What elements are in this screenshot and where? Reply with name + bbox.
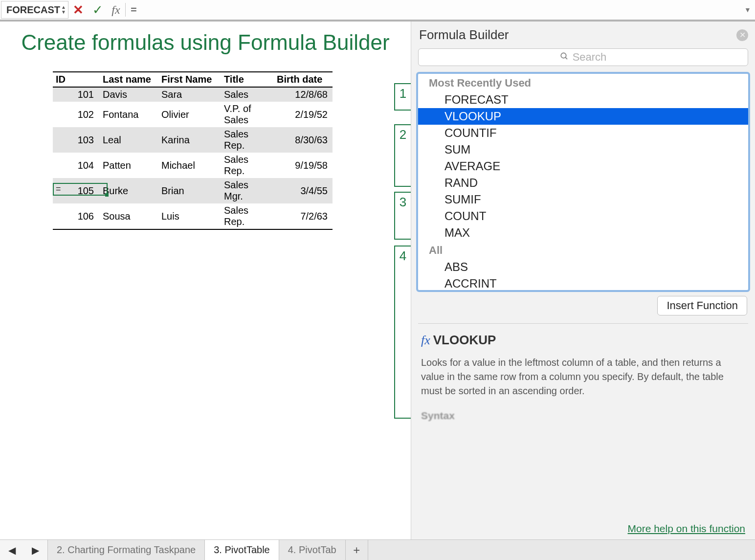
panel-title: Formula Builder (419, 27, 509, 43)
plus-icon: + (353, 543, 360, 557)
more-help-link[interactable]: More help on this function (628, 523, 745, 535)
step-box-3[interactable]: 3 (394, 192, 411, 240)
cell-last[interactable]: Leal (100, 127, 158, 153)
caret-down-icon: ▼ (61, 10, 66, 15)
table-header-row: ID Last name First Name Title Birth date (53, 72, 333, 87)
table-row[interactable]: 106SousaLuisSales Rep.7/2/63 (53, 203, 333, 229)
name-box[interactable]: FORECAST ▲ ▼ (1, 1, 68, 19)
col-header-first[interactable]: First Name (158, 72, 221, 87)
cell-title[interactable]: Sales Mgr. (221, 178, 274, 203)
active-cell-value: = (56, 184, 61, 194)
function-item[interactable]: AVERAGE (418, 158, 748, 175)
name-box-stepper[interactable]: ▲ ▼ (61, 5, 68, 15)
step-box-1[interactable]: 1 (394, 83, 411, 111)
spreadsheet-area[interactable]: Create formulas using Formula Builder ID… (0, 22, 411, 539)
function-item[interactable]: COUNT (418, 208, 748, 224)
cell-first[interactable]: Michael (158, 153, 221, 178)
svg-point-0 (561, 53, 566, 58)
help-function-name: fxVLOOKUP (421, 333, 745, 348)
cell-birth[interactable]: 3/4/55 (274, 178, 333, 203)
function-item[interactable]: VLOOKUP (418, 108, 748, 125)
cell-title[interactable]: Sales Rep. (221, 153, 274, 178)
sheet-tab[interactable]: 4. PivotTab (279, 540, 346, 560)
cell-title[interactable]: Sales Rep. (221, 127, 274, 153)
cell-first[interactable]: Olivier (158, 102, 221, 127)
function-item[interactable]: MAX (418, 224, 748, 241)
formula-bar: FORECAST ▲ ▼ ✕ ✓ fx ▼ (0, 0, 755, 22)
insert-function-button[interactable]: Insert Function (657, 296, 747, 315)
cell-id[interactable]: 104 (53, 153, 100, 178)
function-item[interactable]: SUMIF (418, 191, 748, 208)
formula-builder-panel: Formula Builder ✕ Search Most Recently U… (411, 22, 755, 539)
cell-first[interactable]: Brian (158, 178, 221, 203)
cell-id[interactable]: 102 (53, 102, 100, 127)
enter-button[interactable]: ✓ (88, 2, 108, 18)
function-item[interactable]: RAND (418, 175, 748, 191)
table-row[interactable]: 104PattenMichaelSales Rep.9/19/58 (53, 153, 333, 178)
table-row[interactable]: 102FontanaOlivierV.P. of Sales2/19/52 (53, 102, 333, 127)
search-placeholder: Search (573, 51, 607, 64)
cell-last[interactable]: Patten (100, 153, 158, 178)
sheet-tab-strip: ◀ ▶ 2. Charting Formating Taskpane3. Piv… (0, 539, 755, 560)
cell-first[interactable]: Luis (158, 203, 221, 229)
search-input[interactable]: Search (418, 48, 748, 66)
add-sheet-button[interactable]: + (346, 540, 368, 560)
formula-bar-expand[interactable]: ▼ (740, 6, 755, 14)
cell-title[interactable]: Sales Rep. (221, 203, 274, 229)
cell-birth[interactable]: 8/30/63 (274, 127, 333, 153)
cell-first[interactable]: Karina (158, 127, 221, 153)
cell-last[interactable]: Fontana (100, 102, 158, 127)
function-group-header: Most Recently Used (418, 74, 748, 91)
cell-id[interactable]: 106 (53, 203, 100, 229)
cell-last[interactable]: Davis (100, 87, 158, 102)
cell-title[interactable]: Sales (221, 87, 274, 102)
col-header-birth[interactable]: Birth date (274, 72, 333, 87)
cell-birth[interactable]: 2/19/52 (274, 102, 333, 127)
cell-birth[interactable]: 12/8/68 (274, 87, 333, 102)
cell-title[interactable]: V.P. of Sales (221, 102, 274, 127)
cell-birth[interactable]: 7/2/63 (274, 203, 333, 229)
table-row[interactable]: 101DavisSaraSales12/8/68 (53, 87, 333, 102)
function-list: Most Recently UsedFORECASTVLOOKUPCOUNTIF… (416, 72, 750, 292)
fx-icon: fx (111, 3, 120, 17)
tab-next-button[interactable]: ▶ (32, 544, 39, 556)
function-help: fxVLOOKUP Looks for a value in the leftm… (411, 324, 755, 539)
function-item[interactable]: ACCRINT (418, 275, 748, 290)
cancel-button[interactable]: ✕ (68, 2, 88, 18)
chevron-down-icon: ▼ (744, 6, 751, 14)
function-list-scroll[interactable]: Most Recently UsedFORECASTVLOOKUPCOUNTIF… (418, 74, 748, 290)
cell-id[interactable]: 101 (53, 87, 100, 102)
function-group-header: All (418, 241, 748, 259)
cell-birth[interactable]: 9/19/58 (274, 153, 333, 178)
col-header-id[interactable]: ID (53, 72, 100, 87)
sheet-tab[interactable]: 2. Charting Formating Taskpane (48, 540, 205, 560)
tab-prev-button[interactable]: ◀ (8, 544, 16, 556)
help-description: Looks for a value in the leftmost column… (421, 356, 745, 398)
close-icon: ✕ (739, 30, 746, 40)
cell-id[interactable]: 103 (53, 127, 100, 153)
name-box-text: FORECAST (1, 4, 61, 16)
divider (125, 3, 126, 17)
table-row[interactable]: 103LealKarinaSales Rep.8/30/63 (53, 127, 333, 153)
formula-input[interactable] (129, 3, 740, 16)
fx-button[interactable]: fx (108, 3, 124, 17)
cell-last[interactable]: Sousa (100, 203, 158, 229)
active-cell[interactable]: = (53, 183, 108, 196)
cell-first[interactable]: Sara (158, 87, 221, 102)
panel-header: Formula Builder ✕ (411, 22, 755, 45)
check-icon: ✓ (92, 2, 103, 18)
search-icon (560, 52, 569, 63)
panel-close-button[interactable]: ✕ (736, 29, 748, 41)
col-header-last[interactable]: Last name (100, 72, 158, 87)
function-item[interactable]: FORECAST (418, 91, 748, 108)
function-item[interactable]: COUNTIF (418, 125, 748, 141)
fx-icon: fx (421, 333, 430, 347)
step-box-2[interactable]: 2 (394, 124, 411, 187)
cell-last[interactable]: Burke (100, 178, 158, 203)
tab-nav: ◀ ▶ (0, 540, 48, 560)
sheet-tab[interactable]: 3. PivotTable (205, 540, 279, 560)
step-box-4[interactable]: 4 (394, 246, 411, 419)
function-item[interactable]: ABS (418, 259, 748, 275)
function-item[interactable]: SUM (418, 141, 748, 158)
col-header-title[interactable]: Title (221, 72, 274, 87)
